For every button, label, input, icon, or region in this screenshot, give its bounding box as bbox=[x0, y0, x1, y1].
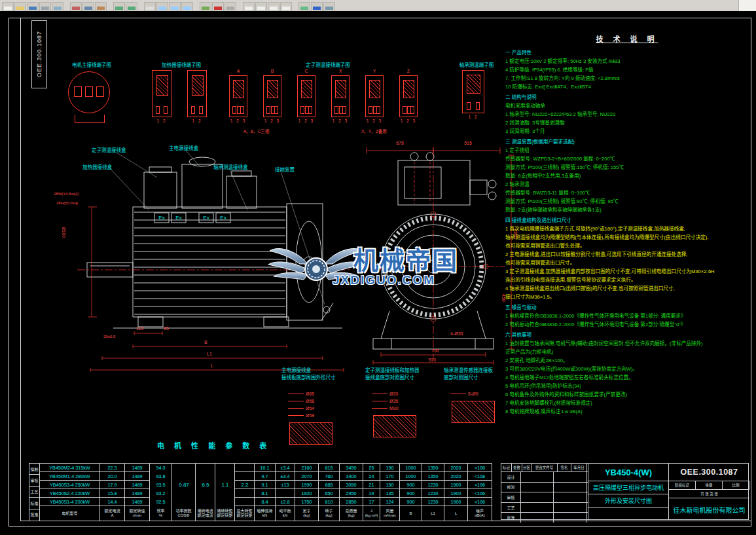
toolbar-icon[interactable] bbox=[14, 2, 26, 11]
revision-label: 标记 bbox=[501, 464, 512, 471]
technical-note-line: 6 电机备件及外购件的资料和标样按图纸要求(严禁更改) bbox=[505, 390, 749, 399]
label-main-power-box: 主电源接线盒 bbox=[169, 144, 198, 151]
table-header-cell: 动平衡 kN bbox=[276, 506, 295, 521]
table-cell: 21 bbox=[363, 481, 380, 489]
table-cell: 1230 bbox=[422, 489, 444, 498]
dim-L: L bbox=[211, 363, 213, 368]
toolbar-icon[interactable] bbox=[255, 2, 267, 11]
table-cell: 1489 bbox=[125, 464, 150, 472]
drawing-number: OEE.300.1087 bbox=[669, 464, 749, 481]
technical-note-line: 1 定子绕组 bbox=[505, 146, 749, 155]
detail-view-label: 定子测温接线板和加热器 bbox=[365, 367, 448, 374]
toolbar-icon[interactable] bbox=[126, 2, 137, 11]
terminal-box-unit: X 1 2 3 bbox=[331, 69, 350, 123]
toolbar-icon[interactable] bbox=[39, 2, 51, 11]
dim-515: 515 bbox=[458, 141, 478, 145]
revision-label: 年月日 bbox=[571, 464, 587, 471]
title-block: 标记处数分区更改文件号签名年月日 设计 校对 审核 bbox=[501, 463, 749, 520]
toolbar-icon[interactable] bbox=[156, 2, 168, 11]
toolbar-icon-glyph bbox=[300, 7, 308, 10]
table-header-cell: 最大转矩 额定转矩 bbox=[235, 506, 255, 521]
toolbar-icon[interactable] bbox=[298, 2, 310, 11]
table-header-cell: 轴伸载荷 kN bbox=[255, 506, 276, 521]
drawing-canvas[interactable]: OEE.300.1087 电机主接线端子图 加热器接线端子图 1 2 1 2 定… bbox=[0, 11, 756, 535]
table-header-cell: B bbox=[400, 506, 422, 521]
toolbar-icon[interactable] bbox=[52, 2, 63, 11]
toolbar-icon-glyph bbox=[84, 7, 92, 10]
toolbar-icon-glyph bbox=[41, 7, 49, 10]
toolbar-icon[interactable] bbox=[280, 2, 292, 11]
table-header-cell: 堵转电流 额定电流 bbox=[196, 506, 215, 521]
table-cell: 135 bbox=[380, 489, 400, 498]
technical-note-line: 二 结构与说明 bbox=[505, 93, 749, 101]
toolbar-icon[interactable] bbox=[212, 2, 224, 11]
main-terminal-diagram bbox=[68, 71, 110, 113]
technical-note-line: 也可按需采用铜管进出口尺寸。 bbox=[505, 259, 749, 267]
table-cell: 1489 bbox=[125, 489, 150, 498]
table-cell: 24 bbox=[363, 472, 380, 481]
table-row: YB450M2-4 315kW22.3148994.010.1±3.421608… bbox=[40, 464, 492, 472]
toolbar-icon[interactable] bbox=[268, 2, 279, 11]
toolbar-icon[interactable] bbox=[113, 2, 125, 11]
signature-label: 审核 bbox=[501, 492, 521, 502]
heater-terminal-diagram: 1 2 1 2 bbox=[152, 70, 207, 123]
table-cell: 2950 bbox=[340, 489, 363, 498]
table-cell: 124 bbox=[380, 498, 400, 506]
label-stator-temp-box: 定子测温接线盒 bbox=[92, 146, 126, 153]
technical-note-line: 8 电机铭牌规格,噪声标注:Lw dB(A) bbox=[505, 407, 749, 416]
company-name: 佳木斯电机股份有限公司 bbox=[669, 498, 749, 521]
toolbar-icon[interactable] bbox=[243, 2, 255, 11]
signature-row: 审核 bbox=[501, 492, 588, 503]
detail-dim-row: Ø65 bbox=[288, 390, 364, 397]
toolbar-icon-glyph bbox=[257, 7, 265, 10]
toolbar-icon[interactable] bbox=[225, 2, 236, 11]
technical-note-line: 数量: 6支(每相中2支共用,3支备用) bbox=[505, 172, 749, 180]
toolbar-icon-glyph bbox=[146, 7, 154, 10]
table-cell: 2020 bbox=[444, 464, 468, 472]
technical-note-line: 数量: 2支(轴伸端轴承和非轴伸端轴承各1支) bbox=[505, 206, 749, 214]
toolbar-icon[interactable] bbox=[200, 2, 211, 11]
technical-note-line: 1 油封装置与轴承间隙,电机气隙(辅助)由封闭空间密封,但不允许双向磨损。(非标… bbox=[505, 339, 749, 348]
stator-terminal-note-abc: A、B、C三相 bbox=[243, 128, 269, 134]
table-header-cell: 效率 % bbox=[150, 506, 172, 521]
table-cell: ±3.4 bbox=[276, 464, 295, 472]
technical-note-line: 7 电机安装地脚螺栓孔(材质按标准规定) bbox=[505, 399, 749, 407]
table-header-cell: 额定电流 A bbox=[100, 506, 125, 521]
technical-note-line: 2 电机振动符合GB3836.2-2000《爆炸性气体环境用电气设备 第2部分:… bbox=[505, 320, 749, 329]
technical-note-line: 轴承测温接线盒均为隔爆型结构(与本体连接),所有接线盒均为隔爆型尺寸(由出线口尺… bbox=[505, 233, 749, 242]
table-cell: 1900 bbox=[444, 498, 468, 506]
table-cell: 8.4 bbox=[255, 498, 276, 506]
technical-notes: 技 术 说 明 一 产品特性1 额定电压:10kV 2 额定频率: 50Hz 3… bbox=[505, 33, 749, 416]
dim-shaft-2: 28H(±0.0xq) bbox=[56, 201, 78, 205]
table-cell: 19 bbox=[363, 489, 380, 498]
table-header-cell: 风量 m³/min bbox=[380, 506, 400, 521]
ex-marking: Ex bbox=[216, 213, 230, 223]
table-cell: 93.5 bbox=[150, 481, 172, 489]
toolbar-icon-glyph bbox=[72, 7, 80, 10]
table-cell: 900 bbox=[400, 481, 422, 489]
table-cell: 1000 bbox=[400, 472, 422, 481]
toolbar-icon-glyph bbox=[270, 7, 278, 10]
table-cell: 1350 bbox=[422, 464, 444, 472]
performance-table: YB450M2-4 315kW22.3148994.010.1±3.421608… bbox=[39, 463, 492, 521]
signature-cell bbox=[521, 513, 554, 523]
signature-label: 设计 bbox=[501, 472, 521, 482]
toolbar-icon[interactable] bbox=[2, 2, 14, 11]
revision-label: 分区 bbox=[522, 464, 531, 471]
toolbar-icon[interactable] bbox=[323, 2, 335, 11]
toolbar-icon[interactable] bbox=[82, 2, 94, 11]
table-cell: 650 bbox=[319, 489, 340, 498]
toolbar-icon[interactable] bbox=[95, 2, 107, 11]
technical-note-line: 一 产品特性 bbox=[505, 48, 749, 57]
toolbar-icon[interactable] bbox=[70, 2, 82, 11]
terminal-box-unit: 1 2 bbox=[187, 70, 207, 123]
toolbar-icon[interactable] bbox=[181, 2, 193, 11]
toolbar-icon[interactable] bbox=[311, 2, 323, 11]
toolbar-icon[interactable] bbox=[27, 2, 39, 11]
table-cell: YB450S3-4 250kW bbox=[40, 481, 100, 489]
detail-dim-row: Ø54 bbox=[288, 405, 364, 412]
toolbar-icon[interactable] bbox=[144, 2, 156, 11]
technical-note-line: 六 其他事项 bbox=[505, 331, 749, 339]
detail-view-section bbox=[373, 415, 416, 437]
toolbar-icon[interactable] bbox=[169, 2, 181, 11]
